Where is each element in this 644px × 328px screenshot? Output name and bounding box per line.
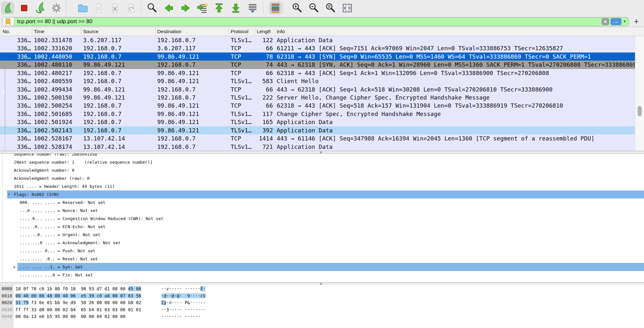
cell-destination: 3.6.207.117 (157, 44, 196, 52)
cell-info: Application Data (277, 126, 644, 134)
hex-ascii[interactable]: 1y·n···· P&······ (161, 299, 206, 306)
zoom-100-button[interactable] (324, 2, 337, 14)
cell-destination: 192.168.0.7 (157, 143, 196, 151)
scrollbar-thumb[interactable] (638, 106, 642, 116)
hex-ascii[interactable]: ··3····· ········ (161, 306, 206, 313)
display-filter-input[interactable]: tcp.port == 80 || udp.port == 80 ✕ → ▾ (2, 17, 629, 26)
detail-line[interactable]: .... .... ...0 = Fin: Not set (0, 271, 644, 279)
hex-bytes[interactable]: 18 0f 76 c6 1b 80 f0 18 98 93 d7 d1 08 0… (15, 285, 141, 292)
packet-row[interactable]: 336…1002.480217192.168.0.799.86.49.121TC… (0, 69, 644, 77)
hex-ascii[interactable]: ··v····· ······E· (161, 285, 206, 292)
column-separator[interactable] (81, 28, 82, 35)
packet-row[interactable]: 336…1002.501924192.168.0.799.86.49.121TL… (0, 118, 644, 126)
detail-line[interactable]: .... .... 0... = Push: Not set (0, 247, 644, 255)
auto-scroll-button[interactable] (246, 2, 259, 14)
packet-row[interactable]: 336…1002.52817413.107.42.14192.168.0.7TL… (0, 143, 644, 151)
hex-bytes[interactable]: 31 79 f3 6e 01 bb 9e d9 50 26 00 00 00 0… (15, 299, 141, 306)
packet-row[interactable]: 336…1002.52816713.107.42.14192.168.0.7TC… (0, 134, 644, 142)
detail-line[interactable]: 000. .... .... = Reserved: Not set (0, 198, 644, 207)
packet-row[interactable]: 336…1002.331620192.168.0.73.6.207.117TCP… (0, 44, 644, 52)
detail-line[interactable]: .... .... .0.. = Reset: Not set (0, 255, 644, 263)
packet-row[interactable]: 336…1002.502143192.168.0.799.86.49.121TL… (0, 126, 644, 134)
capture-stop-button[interactable] (18, 2, 31, 14)
column-header-info[interactable]: Info (277, 27, 631, 36)
find-packet-button[interactable] (146, 2, 159, 14)
go-forward-button[interactable] (179, 2, 192, 14)
hex-ascii[interactable]: ·@··@·@· ·9····cV (161, 293, 206, 299)
zoom-in-button[interactable] (291, 2, 303, 14)
filter-clear-button[interactable]: ✕ (601, 18, 609, 25)
go-to-packet-button[interactable] (196, 2, 209, 14)
cell-source: 192.168.0.7 (83, 69, 121, 77)
detail-line[interactable]: .... ..0. .... = Urgent: Not set (0, 231, 644, 239)
detail-line[interactable]: 1011 .... = Header Length: 44 bytes (11) (0, 182, 644, 190)
detail-line[interactable]: ▶.... .... ..1. = Syn: Set (0, 263, 644, 271)
hex-bytes[interactable]: 08 0a 13 e6 b5 95 00 00 00 00 04 02 00 0… (15, 313, 125, 320)
pane-splitter-1[interactable] (0, 151, 644, 154)
packet-row[interactable]: 336…1002.50015099.86.49.121192.168.0.7TL… (0, 93, 644, 101)
cell-length: 165 (255, 118, 273, 126)
cell-protocol: TCP (231, 53, 241, 61)
column-separator[interactable] (229, 28, 229, 35)
column-header-time[interactable]: Time (34, 27, 81, 36)
cell-length: 122 (255, 36, 273, 44)
hex-ascii[interactable]: ········ ······ (161, 313, 200, 320)
column-separator[interactable] (32, 28, 32, 35)
capture-options-button[interactable] (50, 2, 63, 14)
column-separator[interactable] (255, 28, 255, 35)
packet-row[interactable]: 336…1002.3314783.6.207.117192.168.0.7TLS… (0, 36, 644, 44)
filter-bookmark-button[interactable] (2, 17, 14, 26)
file-save-button[interactable] (92, 2, 105, 14)
capture-restart-button[interactable] (34, 2, 47, 14)
packet-row[interactable]: 336…1002.48011099.86.49.121192.168.0.7TC… (0, 61, 644, 69)
column-header-destination[interactable]: Destination (157, 27, 228, 36)
detail-line[interactable]: Acknowledgment number (raw): 0 (0, 174, 644, 182)
column-header-protocol[interactable]: Protocol (231, 27, 254, 36)
detail-line[interactable]: [Next sequence number: 1 (relative seque… (0, 158, 644, 166)
file-open-button[interactable] (76, 2, 89, 14)
hex-bytes[interactable]: 00 40 00 00 40 00 40 06 e5 39 c0 a8 00 0… (15, 293, 141, 299)
detail-line[interactable]: Acknowledgment number: 0 (0, 166, 644, 174)
filter-dropdown-caret[interactable]: ▾ (622, 19, 627, 24)
file-reload-button[interactable] (125, 2, 138, 14)
zoom-out-button[interactable] (307, 2, 320, 14)
expand-closed-icon[interactable]: ▶ (14, 263, 16, 271)
go-to-packet-icon (197, 2, 208, 14)
column-header-no[interactable]: No. (3, 27, 30, 36)
hex-bytes[interactable]: ff ff 33 d8 00 00 02 04 05 b4 01 03 03 0… (15, 306, 141, 313)
cell-time: 1002.499434 (34, 85, 72, 93)
filter-query-text[interactable]: tcp.port == 80 || udp.port == 80 (17, 17, 92, 26)
colorize-packets-button[interactable] (269, 2, 282, 14)
expand-open-icon[interactable]: ▼ (8, 190, 10, 198)
go-last-packet-button[interactable] (229, 2, 242, 14)
detail-line[interactable]: ▼Flags: 0x002 (SYN) (0, 190, 644, 198)
column-header-length[interactable]: Length (257, 27, 271, 36)
packet-row[interactable]: 336…1002.49943499.86.49.121192.168.0.7TC… (0, 85, 644, 93)
packet-row[interactable]: 336…1002.501685192.168.0.799.86.49.121TL… (0, 110, 644, 118)
detail-text: Sequence number (raw): 2665041958 (14, 154, 97, 158)
go-back-icon (163, 2, 175, 14)
cell-length: 117 (255, 110, 273, 118)
file-close-button[interactable] (109, 2, 121, 14)
detail-line[interactable]: .... .0.. .... = ECN-Echo: Not set (0, 223, 644, 231)
vertical-scrollbar[interactable] (635, 36, 644, 151)
resize-columns-button[interactable] (341, 2, 354, 14)
cell-time: 1002.480110 (34, 61, 72, 69)
packet-row[interactable]: 336…1002.448050192.168.0.799.86.49.121TC… (0, 53, 644, 61)
detail-text: 1011 .... = Header Length: 44 bytes (11) (14, 182, 115, 190)
column-separator[interactable] (155, 28, 156, 35)
packet-row[interactable]: 336…1002.480559192.168.0.799.86.49.121TL… (0, 77, 644, 85)
detail-line[interactable]: .... 0... .... = Congestion Window Reduc… (0, 215, 644, 223)
filter-apply-button[interactable]: → (610, 18, 621, 25)
detail-line[interactable]: Sequence number (raw): 2665041958 (0, 154, 644, 158)
filter-add-button[interactable]: + (632, 17, 641, 26)
column-header-source[interactable]: Source (83, 27, 155, 36)
column-separator[interactable] (275, 28, 275, 35)
cell-source: 99.86.49.121 (83, 61, 125, 69)
go-first-packet-button[interactable] (213, 2, 226, 14)
detail-line[interactable]: ...0 .... .... = Nonce: Not set (0, 207, 644, 215)
go-back-button[interactable] (162, 2, 175, 14)
detail-line[interactable]: .... ...0 .... = Acknowledgment: Not set (0, 239, 644, 247)
packet-row[interactable]: 336…1002.500254192.168.0.799.86.49.121TC… (0, 101, 644, 110)
capture-start-button[interactable] (1, 2, 14, 14)
